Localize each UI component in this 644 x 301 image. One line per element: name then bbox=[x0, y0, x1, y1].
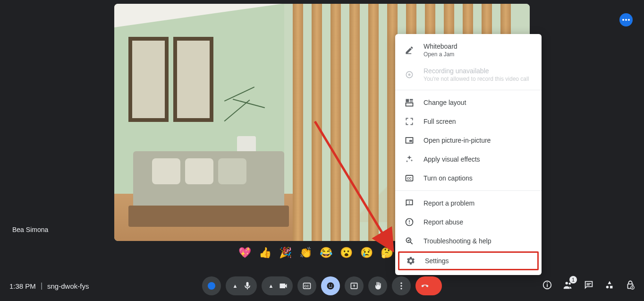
menu-label: Apply visual effects bbox=[424, 155, 480, 163]
cc-icon: CC bbox=[302, 281, 312, 291]
clock: 1:38 PM bbox=[9, 282, 36, 290]
svg-point-30 bbox=[566, 282, 568, 285]
phone-hangup-icon bbox=[420, 281, 430, 291]
shapes-icon bbox=[604, 280, 615, 290]
svg-point-16 bbox=[406, 238, 411, 242]
menu-label: Full screen bbox=[424, 118, 456, 125]
audio-indicator-button[interactable] bbox=[202, 276, 221, 295]
svg-point-31 bbox=[568, 283, 570, 284]
more-options-menu: WhiteboardOpen a Jam Recording unavailab… bbox=[395, 34, 542, 275]
menu-report-abuse[interactable]: Report abuse bbox=[395, 213, 542, 232]
call-controls: ▲ ▲ CC bbox=[202, 276, 442, 295]
present-icon bbox=[349, 281, 359, 291]
menu-label: Whiteboard bbox=[424, 43, 458, 50]
svg-rect-28 bbox=[547, 284, 548, 287]
present-button[interactable] bbox=[345, 276, 364, 295]
svg-rect-5 bbox=[410, 102, 413, 103]
svg-point-38 bbox=[632, 286, 633, 287]
svg-rect-4 bbox=[410, 99, 413, 101]
lock-icon bbox=[625, 280, 636, 290]
separator: | bbox=[41, 282, 42, 290]
menu-whiteboard[interactable]: WhiteboardOpen a Jam bbox=[395, 38, 542, 62]
info-icon bbox=[542, 280, 552, 290]
menu-label: Settings bbox=[425, 257, 449, 265]
menu-sublabel: Open a Jam bbox=[424, 51, 458, 58]
captions-icon: CC bbox=[405, 173, 414, 183]
svg-text:CC: CC bbox=[305, 284, 309, 288]
svg-rect-35 bbox=[610, 286, 613, 289]
camera-icon bbox=[279, 281, 288, 291]
chat-button[interactable] bbox=[584, 280, 594, 292]
mic-button[interactable]: ▲ bbox=[226, 276, 257, 295]
svg-rect-8 bbox=[409, 140, 412, 142]
svg-point-24 bbox=[400, 283, 402, 284]
svg-point-20 bbox=[327, 283, 334, 290]
svg-rect-12 bbox=[409, 203, 410, 204]
menu-label: Turn on captions bbox=[424, 174, 473, 182]
camera-button[interactable]: ▲ bbox=[262, 276, 293, 295]
chevron-up-icon: ▲ bbox=[230, 283, 240, 289]
svg-point-34 bbox=[606, 286, 609, 289]
svg-point-26 bbox=[400, 288, 402, 289]
svg-point-22 bbox=[331, 284, 332, 285]
reactions-bar: 💖 👍 🎉 👏 😂 😮 😢 🤔 bbox=[238, 247, 393, 259]
menu-pip[interactable]: Open picture-in-picture bbox=[395, 131, 542, 150]
reaction-thumbsup[interactable]: 👍 bbox=[259, 247, 271, 259]
info-button[interactable] bbox=[542, 280, 552, 292]
menu-change-layout[interactable]: Change layout bbox=[395, 93, 542, 112]
reactions-button[interactable] bbox=[321, 276, 340, 295]
more-button[interactable] bbox=[392, 276, 411, 295]
people-count-badge: 1 bbox=[569, 276, 577, 284]
reaction-party[interactable]: 🎉 bbox=[279, 247, 292, 259]
menu-label: Open picture-in-picture bbox=[424, 137, 491, 144]
raise-hand-button[interactable] bbox=[368, 276, 387, 295]
fullscreen-icon bbox=[405, 117, 414, 126]
mic-icon bbox=[243, 281, 252, 291]
svg-rect-14 bbox=[409, 220, 410, 223]
menu-label: Troubleshooting & help bbox=[424, 237, 491, 245]
menu-report-problem[interactable]: Report a problem bbox=[395, 194, 542, 213]
menu-effects[interactable]: Apply visual effects bbox=[395, 150, 542, 169]
reaction-heart[interactable]: 💖 bbox=[238, 247, 251, 259]
bottom-bar: 1:38 PM | sng-dwok-fys ▲ ▲ CC bbox=[0, 271, 644, 301]
reaction-wow[interactable]: 😮 bbox=[340, 247, 353, 259]
menu-captions[interactable]: CC Turn on captions bbox=[395, 169, 542, 188]
menu-sublabel: You're not allowed to record this video … bbox=[424, 76, 529, 82]
svg-point-25 bbox=[400, 285, 402, 286]
feedback-icon bbox=[405, 198, 414, 208]
menu-recording: Recording unavailableYou're not allowed … bbox=[395, 62, 542, 87]
menu-label: Report a problem bbox=[424, 199, 475, 207]
activities-button[interactable] bbox=[604, 280, 615, 292]
host-controls-button[interactable] bbox=[625, 280, 636, 292]
reaction-thinking[interactable]: 🤔 bbox=[381, 247, 393, 259]
menu-settings[interactable]: Settings bbox=[398, 251, 539, 270]
record-icon bbox=[405, 70, 414, 79]
menu-fullscreen[interactable]: Full screen bbox=[395, 112, 542, 131]
menu-label: Report abuse bbox=[424, 218, 463, 226]
captions-button[interactable]: CC bbox=[297, 276, 316, 295]
svg-rect-6 bbox=[406, 103, 413, 106]
dots-vertical-icon bbox=[397, 281, 406, 291]
participant-name: Bea Simona bbox=[12, 226, 48, 233]
meeting-code: sng-dwok-fys bbox=[47, 282, 89, 290]
menu-label: Recording unavailable bbox=[424, 67, 529, 75]
smile-icon bbox=[326, 281, 335, 291]
pencil-icon bbox=[405, 45, 414, 55]
hangup-button[interactable] bbox=[415, 276, 442, 295]
alert-icon bbox=[405, 217, 414, 227]
svg-rect-29 bbox=[547, 283, 548, 284]
hand-icon bbox=[373, 281, 382, 291]
pip-icon bbox=[405, 136, 414, 145]
more-options-fab[interactable] bbox=[619, 13, 633, 26]
sparkle-icon bbox=[405, 155, 414, 164]
svg-rect-0 bbox=[406, 53, 412, 54]
reaction-sad[interactable]: 😢 bbox=[360, 247, 373, 259]
right-panel-icons: 1 bbox=[542, 280, 636, 292]
menu-help[interactable]: Troubleshooting & help bbox=[395, 232, 542, 250]
svg-point-2 bbox=[408, 74, 411, 76]
reaction-clap[interactable]: 👏 bbox=[299, 247, 312, 259]
chat-icon bbox=[584, 280, 594, 290]
svg-text:CC: CC bbox=[407, 177, 412, 180]
reaction-joy[interactable]: 😂 bbox=[320, 247, 332, 259]
people-button[interactable]: 1 bbox=[563, 280, 573, 292]
